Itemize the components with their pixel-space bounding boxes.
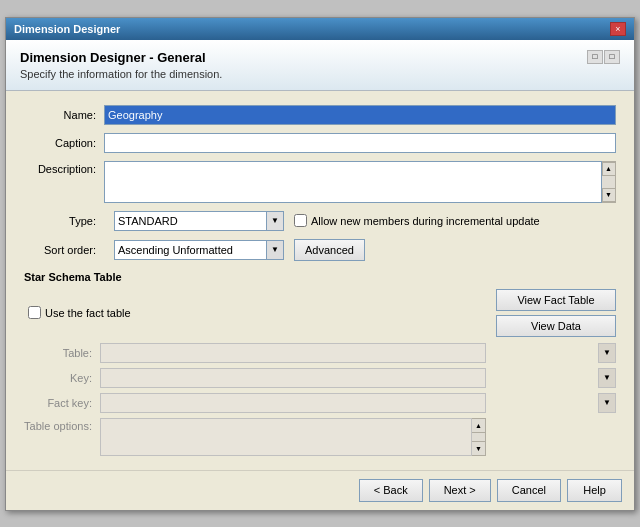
- key-arrow: ▼: [598, 368, 616, 388]
- table-row: Table: ▼: [24, 343, 616, 363]
- page-title: Dimension Designer - General: [20, 50, 222, 65]
- caption-row: Caption:: [24, 133, 616, 153]
- advanced-button[interactable]: Advanced: [294, 239, 365, 261]
- table-arrow: ▼: [598, 343, 616, 363]
- maximize-button[interactable]: □: [604, 50, 620, 64]
- type-select[interactable]: STANDARD: [114, 211, 284, 231]
- name-input[interactable]: [104, 105, 616, 125]
- options-scroll-up[interactable]: ▲: [472, 419, 485, 433]
- use-fact-table-label: Use the fact table: [24, 306, 131, 319]
- star-schema-buttons: View Fact Table View Data: [496, 289, 616, 337]
- key-select-wrapper: ▼: [100, 368, 616, 388]
- fact-key-input: [100, 393, 486, 413]
- help-button[interactable]: Help: [567, 479, 622, 502]
- fact-key-arrow: ▼: [598, 393, 616, 413]
- sort-order-select[interactable]: Ascending Unformatted: [114, 240, 284, 260]
- minimize-button[interactable]: □: [587, 50, 603, 64]
- header-mini-btns: □ □: [587, 50, 620, 64]
- scroll-down-btn[interactable]: ▼: [602, 188, 616, 202]
- header-section-wrapper: Dimension Designer - General Specify the…: [6, 40, 634, 91]
- scroll-up-btn[interactable]: ▲: [602, 162, 616, 176]
- caption-label: Caption:: [24, 137, 104, 149]
- footer: < Back Next > Cancel Help: [6, 470, 634, 510]
- caption-input[interactable]: [104, 133, 616, 153]
- use-fact-table-checkbox[interactable]: [28, 306, 41, 319]
- description-input[interactable]: [104, 161, 602, 203]
- page-subtitle: Specify the information for the dimensio…: [20, 68, 222, 80]
- table-options-wrapper: ▲ ▼: [100, 418, 616, 456]
- key-row: Key: ▼: [24, 368, 616, 388]
- allow-new-members-label: Allow new members during incremental upd…: [294, 214, 540, 227]
- key-input: [100, 368, 486, 388]
- back-button[interactable]: < Back: [359, 479, 423, 502]
- table-options-row: Table options: ▲ ▼: [24, 418, 616, 456]
- options-scrollbar: ▲ ▼: [472, 418, 486, 456]
- next-button[interactable]: Next >: [429, 479, 491, 502]
- table-options-input: [100, 418, 472, 456]
- type-row: Type: STANDARD ▼ Allow new members durin…: [24, 211, 616, 231]
- sort-order-row: Sort order: Ascending Unformatted ▼ Adva…: [24, 239, 616, 261]
- view-fact-table-button[interactable]: View Fact Table: [496, 289, 616, 311]
- title-bar-controls: ×: [610, 22, 626, 36]
- type-select-wrapper: STANDARD ▼: [114, 211, 284, 231]
- main-window: Dimension Designer × Dimension Designer …: [5, 17, 635, 511]
- fact-key-row: Fact key: ▼: [24, 393, 616, 413]
- fact-key-label: Fact key:: [24, 397, 100, 409]
- key-label: Key:: [24, 372, 100, 384]
- table-input: [100, 343, 486, 363]
- view-data-button[interactable]: View Data: [496, 315, 616, 337]
- header-section: Dimension Designer - General Specify the…: [6, 40, 634, 91]
- table-options-label: Table options:: [24, 418, 100, 432]
- name-label: Name:: [24, 109, 104, 121]
- sort-order-label: Sort order:: [24, 244, 104, 256]
- description-scrollbar: ▲ ▼: [602, 161, 616, 203]
- cancel-button[interactable]: Cancel: [497, 479, 561, 502]
- table-label: Table:: [24, 347, 100, 359]
- description-wrapper: ▲ ▼: [104, 161, 616, 203]
- star-schema-title: Star Schema Table: [24, 271, 616, 283]
- title-bar: Dimension Designer ×: [6, 18, 634, 40]
- type-label: Type:: [24, 215, 104, 227]
- star-schema-section: Star Schema Table Use the fact table Vie…: [24, 271, 616, 456]
- name-row: Name:: [24, 105, 616, 125]
- options-scroll-down[interactable]: ▼: [472, 441, 485, 455]
- table-select-wrapper: ▼: [100, 343, 616, 363]
- form-content: Name: Caption: Description: ▲ ▼ Type:: [6, 91, 634, 470]
- description-row: Description: ▲ ▼: [24, 161, 616, 203]
- window-title: Dimension Designer: [14, 23, 120, 35]
- allow-new-members-checkbox[interactable]: [294, 214, 307, 227]
- sort-select-wrapper: Ascending Unformatted ▼: [114, 240, 284, 260]
- fact-key-select-wrapper: ▼: [100, 393, 616, 413]
- description-label: Description:: [24, 161, 104, 175]
- close-button[interactable]: ×: [610, 22, 626, 36]
